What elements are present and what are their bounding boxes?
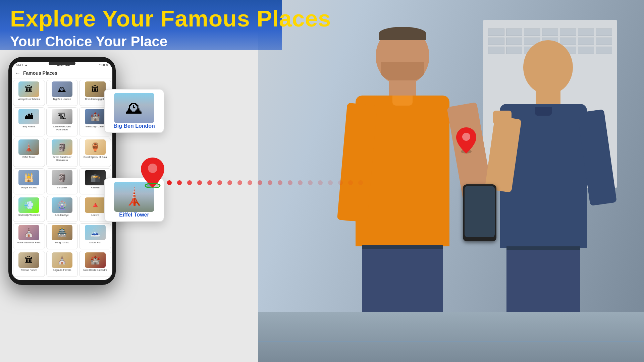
place-thumbnail-sagradafamilia: ⛪ xyxy=(52,252,72,268)
dotted-connection-line xyxy=(164,178,366,188)
notredame-icon: ⛪ xyxy=(24,228,34,237)
list-item[interactable]: 🏗 Centre Georges Pompidou xyxy=(46,107,78,136)
list-item[interactable]: 💨 Kinderdijk Windmills xyxy=(13,196,45,222)
place-thumbnail-kaabah: 🕋 xyxy=(85,170,106,185)
popup-card-bigben[interactable]: 🕰 Big Ben London xyxy=(104,89,164,133)
dot xyxy=(237,180,242,185)
eiffel-popup-emoji: 🗼 xyxy=(124,187,145,206)
place-thumbnail-greatsphinx: 🏺 xyxy=(85,139,106,155)
place-label-romanforum: Roman Forum xyxy=(21,268,37,272)
dot xyxy=(278,180,282,185)
wifi-icon: ▲ xyxy=(24,63,28,67)
shoulder-location-pin xyxy=(456,127,476,158)
place-label-centregeorges: Centre Georges Pompidou xyxy=(47,125,77,131)
kinderdijk-icon: 💨 xyxy=(24,200,34,210)
dot xyxy=(227,180,232,185)
eiffel-location-pin xyxy=(141,158,164,189)
place-thumbnail-burjkhalifa: 🏙 xyxy=(18,109,39,124)
place-label-saintbasils: Saint Basils Cathedral xyxy=(83,268,108,272)
list-item[interactable]: 🗿 Inukshuk xyxy=(46,168,78,194)
place-label-londoneye: London Eye xyxy=(55,214,69,217)
place-label-sagradafamilia: Sagrada Familia xyxy=(53,268,71,272)
place-thumbnail-mountfuji: 🗻 xyxy=(85,225,106,240)
phone-notch xyxy=(49,62,75,65)
screen-title: Famous Places xyxy=(23,70,57,76)
place-thumbnail-londoneye: 🎡 xyxy=(52,197,72,213)
dot xyxy=(187,180,192,185)
centregeorges-icon: 🏗 xyxy=(58,112,66,121)
woman-head xyxy=(523,40,573,95)
place-thumbnail-greatbuddha: 🗿 xyxy=(52,139,72,155)
phone-mockup: AT&T ▲ 9:41 AM * 58 % ← Famous Places xyxy=(8,57,116,285)
app-header: ← Famous Places xyxy=(12,68,112,78)
place-thumbnail-notredame: ⛪ xyxy=(18,225,39,240)
dot xyxy=(338,180,343,185)
greatbuddha-icon: 🗿 xyxy=(57,142,67,152)
dot xyxy=(318,180,323,185)
place-label-kaabah: Kaabah xyxy=(91,186,100,189)
place-label-edinburgh: Edinburgh Castle xyxy=(86,125,105,128)
dot xyxy=(217,180,222,185)
svg-point-1 xyxy=(462,133,470,141)
place-label-mingtombs: Ming Tombs xyxy=(55,241,69,244)
dot xyxy=(207,180,212,185)
man-neck xyxy=(389,80,416,97)
list-item[interactable]: 🏯 Ming Tombs xyxy=(46,223,78,249)
pin-svg-shoulder xyxy=(456,127,476,154)
place-thumbnail-louvre: 🔺 xyxy=(85,197,106,213)
burjkhalifa-icon: 🏙 xyxy=(25,112,33,121)
kaabah-icon: 🕋 xyxy=(90,173,100,182)
bluetooth-icon: * xyxy=(99,63,101,67)
list-item[interactable]: 🏰 Saint Basils Cathedral xyxy=(79,251,111,277)
dot xyxy=(348,180,353,185)
eiffel-pin-svg xyxy=(141,158,164,188)
list-item[interactable]: 🏙 Burj Khalifa xyxy=(13,107,45,136)
man-phone[interactable] xyxy=(463,184,496,241)
list-item[interactable]: 🏺 Great Sphinx of Giza xyxy=(79,138,111,167)
dot xyxy=(288,180,292,185)
dot xyxy=(298,180,303,185)
eiffel-popup-title: Eiffel Tower xyxy=(119,212,149,218)
place-label-greatsphinx: Great Sphinx of Giza xyxy=(84,156,107,159)
list-item[interactable]: 🕌 Hagia Sophia xyxy=(13,168,45,194)
place-thumbnail-acropolis: 🏛 xyxy=(18,81,39,97)
dot xyxy=(308,180,313,185)
dot xyxy=(358,180,363,185)
place-label-louvre: Louvre xyxy=(91,214,99,217)
place-label-inukshuk: Inukshuk xyxy=(57,186,67,189)
place-label-brandenburg: Brandenburg gate xyxy=(85,98,105,101)
dot xyxy=(248,180,252,185)
list-item[interactable]: 🕰 Big Ben London xyxy=(46,80,78,106)
sagradafamilia-icon: ⛪ xyxy=(57,255,67,265)
romanforum-icon: 🏛 xyxy=(25,255,33,265)
list-item[interactable]: 🎡 London Eye xyxy=(46,196,78,222)
pavement-line xyxy=(258,341,644,342)
londoneye-icon: 🎡 xyxy=(57,200,67,210)
dot xyxy=(167,180,172,185)
back-button[interactable]: ← xyxy=(15,70,20,76)
place-label-bigben: Big Ben London xyxy=(53,98,71,101)
list-item[interactable]: 🗼 Eiffel Tower xyxy=(13,138,45,167)
list-item[interactable]: ⛪ Notre Dame de Paris xyxy=(13,223,45,249)
place-thumbnail-eiffeltower: 🗼 xyxy=(18,139,39,155)
list-item[interactable]: 🏛 Acropolis of Athens xyxy=(13,80,45,106)
place-label-burjkhalifa: Burj Khalifa xyxy=(22,125,35,128)
place-thumbnail-hagiasophia: 🕌 xyxy=(18,170,39,185)
dot xyxy=(197,180,202,185)
place-label-notredame: Notre Dame de Paris xyxy=(17,241,41,244)
bigben-popup-image: 🕰 xyxy=(114,93,154,123)
woman-neck xyxy=(536,90,560,106)
list-item[interactable]: 🗿 Great Buddha of Kamakura xyxy=(46,138,78,167)
place-thumbnail-brandenburg: 🏛 xyxy=(85,81,106,97)
list-item[interactable]: ⛪ Sagrada Familia xyxy=(46,251,78,277)
dot xyxy=(177,180,182,185)
edinburgh-icon: 🏰 xyxy=(90,112,100,121)
list-item[interactable]: 🗻 Mount Fuji xyxy=(79,223,111,249)
louvre-icon: 🔺 xyxy=(90,200,100,210)
list-item[interactable]: 🏛 Roman Forum xyxy=(13,251,45,277)
place-label-kinderdijk: Kinderdijk Windmills xyxy=(18,214,40,217)
page-subtitle: Your Choice Your Place xyxy=(10,34,167,50)
place-thumbnail-edinburgh: 🏰 xyxy=(85,109,106,124)
phone-screen-mini xyxy=(465,186,495,237)
status-bar-right: * 58 % xyxy=(99,63,108,67)
